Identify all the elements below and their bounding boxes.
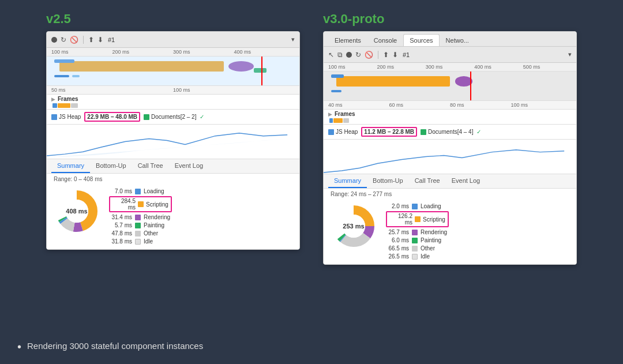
v30-r2-100ms: 100 ms [511,102,572,108]
v25-frames-section: ▶ Frames [47,95,299,110]
v30-tab-sources[interactable]: Sources [403,34,439,46]
v30-r2-60ms: 60 ms [389,102,451,108]
v25-jsheap-checkbox[interactable]: JS Heap [51,114,81,120]
v30-clear-icon[interactable]: 🚫 [365,51,373,59]
v25-painting-label: Painting [144,222,164,228]
v30-loading-bar [331,74,344,78]
v30-devtools-panel: Elements Console Sources Netwo... ↖ ⧉ ↻ … [323,31,577,265]
v30-cursor-icon[interactable]: ↖ [328,51,334,59]
v25-ruler1: 100 ms 200 ms 300 ms 400 ms [47,48,299,57]
v30-jsheap-value: 11.2 MB – 22.8 MB [361,127,417,137]
v25-tick-100ms: 100 ms [173,87,295,93]
v30-ruler2: 40 ms 60 ms 80 ms 100 ms [324,100,576,110]
v25-painting-ms: 5.7 ms [109,222,132,228]
v30-tab-console[interactable]: Console [367,34,403,46]
v25-label: v2.5 [46,12,71,27]
v25-block: v2.5 ↻ 🚫 ⬆ ⬇ #1 ▾ 100 ms 200 ms 300 ms 4… [46,12,300,250]
v30-loading-dot [412,204,418,209]
v30-other-label: Other [421,245,435,252]
v30-selection-line [470,72,471,100]
v30-label: v3.0-proto [323,12,384,27]
v30-toolbar: ↖ ⧉ ↻ 🚫 ⬆ ⬇ #1 ▾ [324,47,576,63]
v30-docs-checkbox[interactable]: Documents[4 – 4] [421,129,473,135]
v25-dropdown[interactable]: ▾ [291,36,295,43]
v30-memory-graph [324,140,576,174]
v25-check-icon [51,114,57,120]
v25-frame-bar-3 [71,103,78,108]
v30-legend-scripting: 126.2 ms Scripting [386,211,449,227]
v30-record-button[interactable] [346,52,352,58]
v25-scripting-label: Scripting [146,201,168,208]
v30-donut-label: 253 ms [343,223,364,230]
v30-frame-bar-2 [333,118,343,123]
v30-tab-elements[interactable]: Elements [328,34,367,46]
v30-other-ms: 66.5 ms [386,245,409,252]
v30-tick-300ms: 300 ms [426,64,474,70]
v30-tab-summary[interactable]: Summary [328,174,367,188]
v30-download-icon[interactable]: ⬇ [392,51,398,59]
v30-donut: 253 ms [331,203,377,249]
clear-icon[interactable]: 🚫 [70,36,78,44]
v25-summary-content: 408 ms 7.0 ms Loading 284.5 ms Scripting [47,183,299,249]
v25-scripting-ms: 284.5 ms [112,198,136,211]
tick-100ms-v25: 100 ms [51,49,112,55]
v30-legend-loading: 2.0 ms Loading [386,203,449,209]
v25-idle-label: Idle [144,238,153,245]
record-button[interactable] [51,37,57,43]
v25-timeline-tracks [47,57,299,85]
v30-copy-icon[interactable]: ⧉ [337,51,343,59]
tick-300ms-v25: 300 ms [173,49,234,55]
v30-tab-calltree[interactable]: Call Tree [409,174,446,188]
v25-memory-graph [47,125,299,159]
v25-tab-eventlog[interactable]: Event Log [169,159,209,173]
v30-timeline-tracks [324,72,576,100]
reload-icon[interactable]: ↻ [61,36,66,44]
v25-other-label: Other [144,230,158,237]
v30-tick-500ms: 500 ms [523,64,572,70]
v30-jsheap-checkbox[interactable]: JS Heap [328,129,358,135]
v25-docs-checkbox[interactable]: Documents[2 – 2] [144,114,196,120]
v25-tab-bottomup[interactable]: Bottom-Up [90,159,132,173]
v25-rendering-ms: 31.4 ms [109,214,132,220]
v25-legend-rendering: 31.4 ms Rendering [109,214,172,220]
upload-icon[interactable]: ⬆ [88,36,94,44]
v25-docs-label: Documents[2 – 2] [151,114,196,120]
v30-tab-bottomup[interactable]: Bottom-Up [367,174,409,188]
v30-r2-40ms: 40 ms [328,102,389,108]
toolbar-divider [83,36,84,44]
v30-painting-ms: 6.0 ms [386,237,409,243]
v30-upload-icon[interactable]: ⬆ [383,51,389,59]
v30-tab-network[interactable]: Netwo... [440,34,475,46]
v30-tick-400ms: 400 ms [474,64,523,70]
v30-dropdown[interactable]: ▾ [568,51,572,58]
v25-loading-dot [135,189,141,194]
v25-net-bar2 [72,75,80,77]
v30-scripting-label: Scripting [423,216,445,223]
v30-toolbar-divider [378,51,378,59]
v30-tab-eventlog[interactable]: Event Log [446,174,486,188]
v25-rendering-label: Rendering [144,214,170,220]
v30-other-dot [412,246,418,252]
v30-tick-100ms: 100 ms [328,64,377,70]
v30-jsheap-label: JS Heap [336,129,358,135]
v30-nav: Elements Console Sources Netwo... [324,32,576,47]
v30-legend: 2.0 ms Loading 126.2 ms Scripting 25.7 m… [386,203,449,260]
v25-legend-loading: 7.0 ms Loading [109,188,172,194]
v25-tab-summary[interactable]: Summary [51,159,90,173]
download-icon[interactable]: ⬇ [97,36,103,44]
v30-frames-section: ▶ Frames [324,110,576,125]
v30-frame-bar-1 [329,118,333,123]
v25-painting-dot [135,223,141,228]
v25-tab-calltree[interactable]: Call Tree [132,159,169,173]
v25-donut-label: 408 ms [66,208,87,215]
v30-reload-icon[interactable]: ↻ [355,51,361,59]
tick-200ms-v25: 200 ms [112,49,174,55]
v30-scripting-ms: 126.2 ms [389,213,412,226]
v30-range: Range: 24 ms – 277 ms [324,189,576,198]
v25-other-ms: 47.8 ms [109,230,132,237]
v25-docs-check-icon [144,114,149,120]
v30-docs-check: ✓ [476,129,481,135]
v25-donut: 408 ms [54,188,100,234]
bottom-note: • Rendering 3000 stateful component inst… [17,341,606,352]
v25-idle-dot [135,239,141,245]
